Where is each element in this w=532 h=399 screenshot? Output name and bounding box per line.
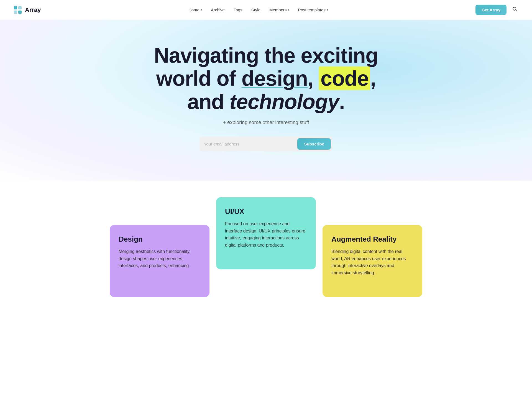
category-title-design: Design	[119, 235, 201, 244]
nav-item-style[interactable]: Style	[251, 7, 260, 12]
logo-text: Array	[25, 6, 41, 14]
svg-rect-1	[18, 6, 22, 9]
search-icon[interactable]	[511, 5, 519, 14]
hero-subtitle: + exploring some other interesting stuff	[154, 120, 378, 126]
svg-rect-0	[14, 6, 17, 9]
svg-rect-3	[18, 11, 22, 14]
category-card-design: Design Merging aesthetics with functiona…	[110, 225, 209, 297]
category-desc-uiux: Focused on user experience and interface…	[225, 220, 307, 249]
nav-item-members[interactable]: Members ▾	[269, 7, 289, 12]
nav-right: Get Array	[475, 5, 519, 15]
category-desc-ar: Blending digital content with the real w…	[331, 248, 413, 276]
nav-item-archive[interactable]: Archive	[211, 7, 225, 12]
email-form: Subscribe	[200, 137, 332, 151]
nav-item-post-templates[interactable]: Post templates ▾	[298, 7, 328, 12]
nav-links: Home ▾ Archive Tags Style Members ▾ Post…	[188, 7, 328, 12]
category-card-ar: Augmented Reality Blending digital conte…	[323, 225, 422, 297]
svg-rect-2	[14, 11, 17, 14]
chevron-down-icon: ▾	[327, 8, 328, 11]
technology-text: technology	[229, 90, 339, 113]
logo-icon	[13, 6, 22, 14]
logo-link[interactable]: Array	[13, 6, 41, 14]
chevron-down-icon: ▾	[288, 8, 289, 11]
hero-section: Navigating the exciting world of design,…	[0, 20, 532, 181]
hero-title: Navigating the exciting world of design,…	[154, 44, 378, 113]
category-card-uiux: UI/UX Focused on user experience and int…	[216, 197, 316, 269]
categories-section: Design Merging aesthetics with functiona…	[0, 181, 532, 308]
get-array-button[interactable]: Get Array	[475, 5, 507, 15]
hero-content: Navigating the exciting world of design,…	[154, 44, 378, 152]
svg-line-5	[516, 10, 517, 11]
category-title-ar: Augmented Reality	[331, 235, 413, 244]
category-desc-design: Merging aesthetics with functionality, d…	[119, 248, 201, 269]
nav-item-home[interactable]: Home ▾	[188, 7, 202, 12]
nav-item-tags[interactable]: Tags	[234, 7, 242, 12]
code-text: code	[319, 66, 370, 90]
subscribe-button[interactable]: Subscribe	[297, 138, 331, 150]
navbar: Array Home ▾ Archive Tags Style Members …	[0, 0, 532, 20]
chevron-down-icon: ▾	[201, 8, 202, 11]
category-title-uiux: UI/UX	[225, 207, 307, 216]
email-input[interactable]	[204, 142, 297, 146]
design-text: design	[241, 66, 308, 90]
